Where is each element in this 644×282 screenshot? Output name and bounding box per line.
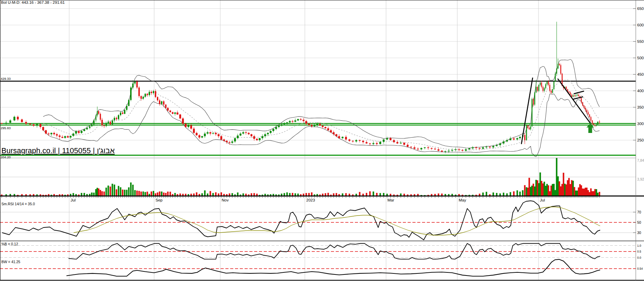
candle-body (33, 124, 35, 126)
gridlines-layer (0, 0, 636, 280)
candle-body (327, 128, 329, 130)
volume-bar (590, 188, 592, 196)
candle-body (544, 88, 545, 91)
candle-body (165, 105, 166, 108)
volume-bar (566, 184, 567, 196)
candle-body (305, 121, 307, 124)
volume-bar (161, 192, 162, 196)
candle-body (286, 122, 288, 124)
volume-bar (599, 192, 600, 196)
candle-body (248, 133, 249, 134)
candle-body (45, 130, 47, 134)
candle-body (297, 119, 299, 121)
volume-bar (486, 192, 487, 196)
candle-body (292, 121, 293, 122)
candle-body (393, 140, 395, 142)
candle-body (259, 138, 260, 140)
candle-body (261, 136, 263, 138)
volume-tick-label: 7,847 (637, 158, 644, 162)
candle-body (552, 89, 553, 93)
candle-body (551, 91, 552, 93)
volume-bar (567, 180, 568, 196)
candle-body (237, 136, 238, 138)
candle-body (170, 111, 171, 112)
x-axis-month-label: Jul (540, 198, 545, 202)
candle-body (256, 139, 258, 140)
candle-body (155, 91, 156, 97)
volume-bar (559, 181, 560, 196)
candle-body (538, 85, 540, 91)
volume-bar (369, 191, 371, 196)
candle-body (98, 111, 99, 114)
candle-body (489, 147, 491, 147)
candle-body (458, 149, 460, 150)
candle-body (571, 95, 572, 97)
volume-bar (572, 181, 574, 196)
candle-body (372, 143, 374, 144)
candle-body (589, 114, 590, 117)
pctb-tick-label: 0.0 (637, 256, 641, 259)
candle-body (513, 138, 515, 139)
candle-body (179, 114, 181, 119)
candle-body (591, 117, 592, 121)
candle-body (138, 87, 140, 96)
candle-body (9, 120, 11, 123)
candle-body (134, 82, 136, 84)
candle-body (17, 117, 19, 120)
candle-body (53, 133, 55, 134)
volume-bar (204, 191, 206, 196)
candle-body (13, 117, 15, 121)
candle-body (541, 83, 542, 87)
candle-body (319, 124, 321, 126)
candle-body (97, 111, 98, 115)
candle-body (75, 131, 77, 134)
candle-body (503, 142, 505, 144)
volume-bar (112, 184, 113, 196)
candle-body (410, 147, 412, 147)
candle-body (239, 134, 241, 136)
candle-body (389, 138, 392, 140)
volume-bar (91, 193, 92, 196)
candle-body (468, 148, 470, 149)
candle-body (383, 139, 385, 142)
candle-body (345, 137, 347, 139)
watermark-site-link[interactable]: Bursagraph.co.il | 1105055 | אבוג'ן (1, 146, 115, 155)
candle-body (5, 123, 7, 124)
candle-body (110, 122, 111, 124)
candle-body (396, 142, 398, 144)
candle-body (537, 87, 538, 91)
volume-bar (571, 180, 572, 196)
volume-bar (527, 188, 529, 196)
candle-body (294, 120, 296, 122)
candle-body (264, 134, 266, 136)
candle-body (132, 84, 134, 88)
volume-bar (140, 192, 142, 196)
candle-body (159, 100, 160, 104)
candle-body (300, 119, 301, 120)
drawn-trendline (574, 91, 584, 94)
candle-body (163, 101, 164, 105)
candle-body (153, 91, 154, 93)
volume-bar (585, 188, 586, 196)
candle-body (379, 142, 381, 144)
volume-bar (553, 184, 555, 196)
bw-tick-label: 0.54 (637, 267, 643, 270)
volume-bar (538, 183, 540, 196)
rsi-tick-label: 30 (637, 231, 641, 235)
volume-bar (116, 189, 117, 196)
volume-bar (560, 186, 561, 196)
candle-body (61, 137, 63, 138)
candle-body (597, 122, 598, 124)
candle-body (581, 98, 582, 102)
candle-body (559, 64, 560, 65)
volume-bar (530, 187, 531, 196)
candle-body (566, 87, 567, 89)
candle-body (333, 132, 334, 134)
candle-body (584, 106, 585, 108)
candle-body (596, 124, 597, 126)
volume-bar (373, 192, 374, 196)
bollinger-values-label: Bol U-M-D: 443.16 - 367.38 - 291.61 (1, 0, 65, 4)
volume-bar (493, 193, 494, 196)
candle-body (212, 133, 214, 134)
candle-body (348, 139, 350, 141)
